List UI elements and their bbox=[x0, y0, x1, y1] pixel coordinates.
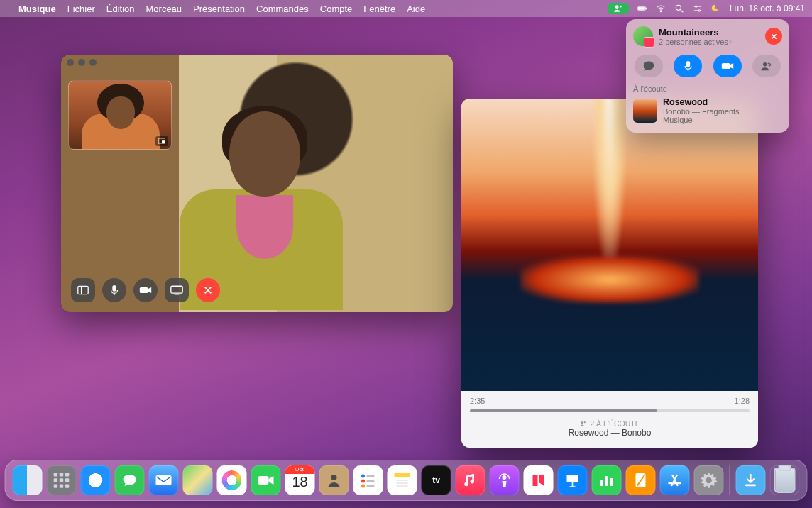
svg-marker-42 bbox=[92, 477, 99, 485]
facetime-controls bbox=[71, 278, 220, 302]
group-avatar-icon bbox=[633, 26, 653, 46]
menu-window[interactable]: Fenêtre bbox=[363, 4, 395, 14]
time-remaining: -1:28 bbox=[732, 397, 750, 405]
svg-rect-63 bbox=[610, 478, 613, 486]
svg-rect-37 bbox=[60, 478, 63, 482]
shareplay-listeners: 2 À L'ÉCOUTE bbox=[470, 419, 750, 428]
menu-view[interactable]: Présentation bbox=[193, 4, 245, 14]
svg-rect-34 bbox=[60, 473, 63, 476]
hud-section-label: À l'écoute bbox=[633, 84, 782, 93]
hud-close-button[interactable] bbox=[765, 28, 782, 45]
pip-expand-icon[interactable] bbox=[155, 136, 168, 146]
hud-shareplay-button[interactable] bbox=[752, 55, 781, 77]
svg-point-1 bbox=[620, 6, 622, 8]
svg-rect-58 bbox=[567, 475, 578, 482]
now-playing-track: Rosewood — Bonobo bbox=[470, 428, 750, 438]
menubar-clock[interactable]: Lun. 18 oct. à 09:41 bbox=[730, 4, 805, 13]
facetime-share-button[interactable] bbox=[165, 278, 189, 302]
facetime-mute-button[interactable] bbox=[102, 278, 126, 302]
dock-trash[interactable] bbox=[770, 465, 800, 495]
svg-rect-20 bbox=[140, 287, 148, 293]
hud-now-playing[interactable]: Rosewood Bonobo — Fragments Musique bbox=[633, 97, 782, 124]
dock-notes[interactable] bbox=[388, 465, 417, 495]
group-subtitle[interactable]: 2 personnes actives› bbox=[659, 38, 732, 46]
facetime-status-icon[interactable] bbox=[608, 3, 629, 14]
battery-icon[interactable] bbox=[637, 4, 647, 13]
menu-controls[interactable]: Commandes bbox=[256, 4, 309, 14]
dock-downloads[interactable] bbox=[736, 465, 766, 495]
dock-mail[interactable] bbox=[149, 465, 179, 495]
hud-track-source: Musique bbox=[663, 116, 740, 124]
hud-mic-button[interactable] bbox=[674, 55, 702, 77]
svg-point-6 bbox=[676, 5, 681, 10]
svg-point-11 bbox=[698, 10, 700, 11]
svg-point-26 bbox=[584, 421, 586, 423]
svg-rect-18 bbox=[112, 285, 116, 292]
menu-edit[interactable]: Édition bbox=[106, 4, 135, 14]
facetime-end-button[interactable] bbox=[196, 278, 220, 302]
hud-camera-button[interactable] bbox=[713, 55, 742, 77]
dock-news[interactable] bbox=[524, 465, 554, 495]
svg-point-57 bbox=[503, 475, 507, 480]
facetime-sidebar-button[interactable] bbox=[71, 278, 95, 302]
facetime-camera-button[interactable] bbox=[133, 278, 158, 302]
group-name[interactable]: Mountaineers bbox=[659, 27, 732, 38]
dock-launchpad[interactable] bbox=[47, 465, 77, 495]
facetime-self-view[interactable] bbox=[68, 80, 172, 150]
dock-reminders[interactable] bbox=[353, 465, 383, 495]
hud-messages-button[interactable] bbox=[635, 55, 663, 77]
menu-bar: Musique Fichier Édition Morceau Présenta… bbox=[0, 0, 812, 17]
hud-album-art bbox=[633, 99, 657, 123]
svg-rect-36 bbox=[54, 478, 57, 482]
svg-rect-31 bbox=[721, 63, 729, 69]
dock-messages[interactable] bbox=[115, 465, 145, 495]
svg-rect-4 bbox=[646, 8, 647, 9]
music-footer: 2:35 -1:28 2 À L'ÉCOUTE Rosewood — Bonob… bbox=[461, 391, 758, 448]
dock-calendar[interactable]: Oct.18 bbox=[285, 465, 315, 495]
dock-photos[interactable] bbox=[217, 465, 247, 495]
control-center-icon[interactable] bbox=[693, 4, 703, 13]
menu-file[interactable]: Fichier bbox=[67, 4, 95, 14]
dock-safari[interactable] bbox=[81, 465, 111, 495]
dock-podcasts[interactable] bbox=[490, 465, 520, 495]
svg-rect-33 bbox=[54, 473, 57, 476]
svg-rect-40 bbox=[60, 484, 63, 487]
hud-track-title: Rosewood bbox=[663, 97, 740, 107]
svg-rect-43 bbox=[156, 475, 172, 485]
window-traffic-lights[interactable] bbox=[67, 59, 97, 66]
dock-appstore[interactable] bbox=[660, 465, 690, 495]
dock-facetime[interactable] bbox=[251, 465, 281, 495]
svg-point-0 bbox=[615, 5, 619, 9]
wifi-icon[interactable] bbox=[656, 4, 666, 13]
dock-keynote[interactable] bbox=[558, 465, 588, 495]
dock-tv[interactable]: tv bbox=[422, 465, 451, 495]
svg-rect-61 bbox=[600, 480, 603, 486]
dock-numbers[interactable] bbox=[592, 465, 622, 495]
album-artwork bbox=[461, 99, 758, 391]
svg-rect-49 bbox=[367, 480, 375, 482]
dock-pages[interactable] bbox=[626, 465, 656, 495]
svg-point-25 bbox=[581, 421, 583, 424]
playback-scrubber[interactable] bbox=[470, 409, 750, 412]
dock-maps[interactable] bbox=[183, 465, 213, 495]
svg-rect-47 bbox=[367, 475, 375, 477]
spotlight-icon[interactable] bbox=[674, 4, 684, 13]
dock-system-settings[interactable] bbox=[694, 465, 724, 495]
dock-separator bbox=[730, 465, 730, 495]
svg-rect-21 bbox=[171, 286, 182, 293]
app-menu[interactable]: Musique bbox=[18, 4, 56, 14]
menu-song[interactable]: Morceau bbox=[146, 4, 182, 14]
menu-help[interactable]: Aide bbox=[407, 4, 425, 14]
dock-contacts[interactable] bbox=[319, 465, 349, 495]
svg-rect-29 bbox=[686, 61, 690, 67]
svg-rect-16 bbox=[78, 286, 88, 294]
menu-account[interactable]: Compte bbox=[320, 4, 353, 14]
svg-rect-3 bbox=[638, 8, 644, 10]
svg-point-8 bbox=[695, 6, 696, 7]
focus-icon[interactable] bbox=[711, 4, 721, 13]
dock-finder[interactable] bbox=[13, 465, 43, 495]
dock-music[interactable] bbox=[456, 465, 485, 495]
svg-point-45 bbox=[331, 475, 337, 480]
time-elapsed: 2:35 bbox=[470, 397, 485, 405]
shareplay-hud: Mountaineers 2 personnes actives› À l'éc… bbox=[626, 19, 789, 133]
